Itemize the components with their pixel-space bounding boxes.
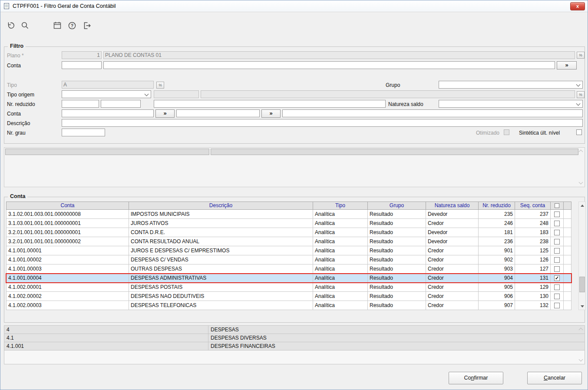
row-filler	[564, 246, 571, 255]
conta-from-input[interactable]	[62, 109, 154, 117]
row-checkbox[interactable]	[554, 266, 560, 272]
conta-to-more-button[interactable]: »	[261, 109, 281, 118]
nr-reduzido-extra-input[interactable]	[154, 100, 386, 108]
nr-grau-input[interactable]	[62, 129, 105, 136]
triangle-up-icon	[581, 205, 584, 207]
hierarchy-code: 4.1	[4, 334, 208, 342]
conta-input[interactable]	[62, 61, 102, 69]
header-seq-conta[interactable]: Seq. conta	[515, 202, 551, 210]
cell-tipo: Analítica	[313, 283, 368, 292]
scrollbar-up-button[interactable]	[579, 202, 585, 209]
close-button[interactable]: x	[570, 2, 585, 10]
tipo-origem-lookup-button[interactable]: %	[577, 91, 585, 98]
table-row[interactable]: 4.1.001.00001JUROS E DESPESAS C/ EMPREST…	[6, 246, 571, 255]
table-row[interactable]: 4.1.002.00001DESPESAS POSTAISAnalíticaRe…	[6, 283, 571, 292]
cell-descricao: DESPESAS TELEFONICAS	[129, 301, 313, 310]
header-nr-reduzido[interactable]: Nr. reduzido	[479, 202, 515, 210]
exit-icon[interactable]	[81, 20, 92, 31]
cell-grupo: Resultado	[368, 292, 426, 301]
cancel-button[interactable]: Cancelar	[527, 372, 582, 384]
descricao-input[interactable]	[62, 119, 583, 127]
header-conta[interactable]: Conta	[6, 202, 129, 210]
grupo-label: Grupo	[386, 82, 400, 89]
confirm-button[interactable]: Confirmar	[449, 372, 503, 384]
toolbar: ?	[0, 12, 588, 39]
header-grupo[interactable]: Grupo	[368, 202, 426, 210]
search-icon[interactable]	[20, 20, 31, 31]
row-checkbox[interactable]	[554, 303, 560, 308]
conta-to-input[interactable]	[176, 109, 260, 117]
table-row[interactable]: 4.1.001.00002DESPESAS C/ VENDASAnalítica…	[6, 255, 571, 264]
table-row[interactable]: 3.2.01.001.001.001.000000001CONTA D.R.E.…	[6, 228, 571, 237]
cell-natureza-saldo: Credor	[426, 264, 479, 274]
hierarchy-row[interactable]: 4.1DESPESAS DIVERSAS	[4, 334, 585, 342]
plano-input[interactable]	[62, 51, 102, 59]
sintetica-label: Sintética últ. nível	[519, 129, 560, 136]
scroll-up-icon[interactable]	[579, 150, 583, 154]
table-row[interactable]: 3.2.01.001.001.001.000000002CONTA RESULT…	[6, 237, 571, 246]
tipo-origem-select[interactable]	[62, 90, 151, 98]
app-icon	[3, 3, 10, 10]
conta-wide-input[interactable]	[103, 61, 555, 69]
conta-from-more-button[interactable]: »	[155, 109, 175, 118]
table-row[interactable]: 4.1.002.00003DESPESAS TELEFONICASAnalíti…	[6, 301, 571, 310]
natureza-saldo-select[interactable]	[439, 100, 583, 108]
table-row[interactable]: 4.1.002.00002DESPESAS NAO DEDUTIVEISAnal…	[6, 292, 571, 301]
scroll-down-icon[interactable]	[579, 180, 583, 185]
row-checkbox[interactable]: ✓	[554, 275, 560, 281]
header-natureza-saldo[interactable]: Natureza saldo	[426, 202, 479, 210]
help-icon[interactable]: ?	[66, 20, 78, 31]
cell-nr-reduzido: 907	[479, 301, 515, 310]
calendar-icon[interactable]	[52, 20, 63, 31]
row-checkbox[interactable]	[554, 221, 560, 226]
header-checkbox[interactable]	[555, 203, 559, 208]
cell-seq-conta: 183	[515, 228, 551, 237]
row-filler	[564, 283, 571, 292]
row-filler	[564, 210, 571, 219]
cell-natureza-saldo: Devedor	[426, 210, 479, 219]
result-panel	[4, 147, 585, 187]
row-checkbox[interactable]	[554, 257, 560, 263]
hierarchy-row[interactable]: 4.1.001DESPESAS FINANCEIRAS	[4, 342, 585, 350]
row-checkbox[interactable]	[554, 212, 560, 217]
table-row[interactable]: 4.1.001.00003OUTRAS DESPESASAnalíticaRes…	[6, 264, 571, 274]
row-checkbox[interactable]	[554, 248, 560, 254]
row-checkbox[interactable]	[554, 284, 560, 290]
tipo-input[interactable]	[62, 81, 154, 89]
scrollbar-down-button[interactable]	[579, 303, 585, 310]
sintetica-checkbox[interactable]	[576, 129, 582, 135]
plano-lookup-button[interactable]: %	[577, 52, 585, 59]
otimizado-checkbox[interactable]	[504, 129, 509, 135]
row-filler	[564, 219, 571, 228]
cell-grupo: Resultado	[368, 210, 426, 219]
row-checkbox[interactable]	[554, 239, 560, 245]
table-scrollbar[interactable]	[578, 202, 586, 310]
panel-column-header-left	[5, 149, 209, 155]
row-filler	[564, 237, 571, 246]
table-row[interactable]: 4.1.001.00004DESPESAS ADMINISTRATIVASAna…	[6, 274, 571, 283]
conta-more-button[interactable]: »	[557, 61, 577, 69]
nr-reduzido-from-input[interactable]	[62, 100, 99, 108]
row-checkbox[interactable]	[554, 294, 560, 299]
scrollbar-thumb[interactable]	[579, 277, 585, 292]
table-row[interactable]: 3.1.03.001.001.001.000000001JUROS ATIVOS…	[6, 219, 571, 228]
hierarchy-row[interactable]: 4DESPESAS	[4, 326, 585, 334]
window-title: CTPFF001 - Filtro Geral de Conta Contábi…	[13, 3, 116, 9]
undo-icon[interactable]	[5, 20, 16, 31]
scroll-down-icon[interactable]	[579, 357, 583, 362]
cell-natureza-saldo: Credor	[426, 219, 479, 228]
cell-nr-reduzido: 902	[479, 255, 515, 264]
nr-reduzido-to-input[interactable]	[101, 100, 141, 108]
cell-nr-reduzido: 236	[479, 237, 515, 246]
conta-range-label: Conta	[7, 110, 21, 117]
header-tipo[interactable]: Tipo	[313, 202, 368, 210]
hierarchy-code: 4	[4, 326, 208, 334]
conta-extra-input[interactable]	[282, 109, 583, 117]
row-checkbox[interactable]	[554, 230, 560, 235]
grupo-select[interactable]	[439, 81, 583, 89]
cell-nr-reduzido: 235	[479, 210, 515, 219]
header-descricao[interactable]: Descrição	[129, 202, 313, 210]
table-row[interactable]: 3.1.02.001.003.001.000000008IMPOSTOS MUN…	[6, 210, 571, 219]
cell-nr-reduzido: 181	[479, 228, 515, 237]
tipo-lookup-button[interactable]: %	[156, 82, 164, 89]
